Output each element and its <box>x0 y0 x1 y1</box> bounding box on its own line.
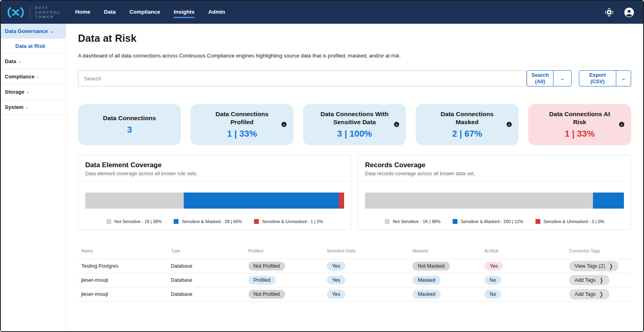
stat-cards-row: Data Connections 3 Data Connections Prof… <box>78 104 631 145</box>
profiled-badge: Profiled <box>248 276 276 285</box>
add-tags-button[interactable]: Add Tags ❯ <box>569 275 609 285</box>
stat-card-connections-masked: Data Connections Masked 2 | 67% i <box>416 104 519 145</box>
at-risk-badge: Yes <box>484 262 503 271</box>
legend-label: Sensitive & Masked - 200 | 12% <box>461 219 523 224</box>
search-options-dropdown[interactable]: ⌄ <box>554 71 571 86</box>
add-tags-button[interactable]: Add Tags ❯ <box>569 289 609 299</box>
info-icon[interactable]: i <box>394 122 399 127</box>
search-input[interactable] <box>78 70 527 86</box>
tag-button-label: Add Tags <box>575 277 596 283</box>
legend-swatch-blue <box>174 219 178 224</box>
toolbar: Search (All) ⌄ Export (CSV) ⌄ <box>78 70 631 86</box>
search-all-button[interactable]: Search (All) ⌄ <box>527 70 572 86</box>
brand[interactable]: DATA CONTROL TOWER <box>6 5 61 20</box>
table-row[interactable]: jleser-mssql Database Not Profiled Yes M… <box>78 287 631 301</box>
records-coverage-card: Records Coverage Data records coverage a… <box>358 155 631 230</box>
export-csv-label[interactable]: Export (CSV) <box>579 71 616 86</box>
bar-segment-sensitive-masked[interactable] <box>593 193 624 209</box>
stat-card-connections-sensitive: Data Connections With Sensitive Data 3 |… <box>303 104 406 145</box>
table-header-row: Name Type Profiled Sensitive Data Masked… <box>78 245 631 259</box>
chevron-right-icon: ❯ <box>600 277 603 284</box>
connections-table: Name Type Profiled Sensitive Data Masked… <box>78 245 631 301</box>
cell-type: Database <box>168 291 245 297</box>
export-csv-button[interactable]: Export (CSV) ⌄ <box>579 70 631 86</box>
engines-chip-icon[interactable] <box>605 8 613 16</box>
primary-nav: Home Data Compliance Insights Admin <box>75 6 225 18</box>
sidebar: Data Governance ⌄ Data at Risk Data › Co… <box>1 24 66 331</box>
profiled-badge: Not Profiled <box>248 262 285 271</box>
stat-card-connections-profiled: Data Connections Profiled 1 | 33% i <box>191 104 293 145</box>
table-bottom-divider <box>78 301 631 301</box>
brand-text: DATA CONTROL TOWER <box>35 5 61 20</box>
column-header-name[interactable]: Name <box>78 248 168 253</box>
masked-badge: Masked <box>412 290 441 299</box>
bar-segment-sensitive-unmasked[interactable] <box>339 193 344 209</box>
table-row[interactable]: jleser-mssql Database Profiled Yes Maske… <box>78 273 631 287</box>
info-icon[interactable]: i <box>507 122 512 127</box>
nav-item-home[interactable]: Home <box>75 6 90 18</box>
nav-item-insights[interactable]: Insights <box>174 6 195 18</box>
chevron-right-icon: › <box>18 59 20 64</box>
chevron-down-icon: ⌄ <box>50 29 54 34</box>
account-icon[interactable] <box>624 7 634 18</box>
bar-segment-not-sensitive[interactable] <box>365 193 593 209</box>
masked-badge: Not Masked <box>412 262 450 271</box>
column-header-sensitive-data[interactable]: Sensitive Data <box>324 248 409 253</box>
column-header-profiled[interactable]: Profiled <box>245 248 324 253</box>
sidebar-item-label: System <box>5 104 23 110</box>
column-header-connector-tags[interactable]: Connector Tags <box>566 248 631 253</box>
legend-item: Not Sensitive - 18 | 38% <box>107 219 162 224</box>
column-header-type[interactable]: Type <box>168 248 245 253</box>
sidebar-item-data[interactable]: Data › <box>1 54 66 69</box>
column-header-at-risk[interactable]: At Risk <box>481 248 566 253</box>
stat-card-data-connections: Data Connections 3 <box>78 104 181 145</box>
stat-card-value: 1 | 33% <box>565 129 595 139</box>
bar-segment-sensitive-masked[interactable] <box>184 193 339 209</box>
legend-item: Not Sensitive - 1K | 88% <box>385 219 441 224</box>
legend-item: Sensitive & Masked - 28 | 60% <box>174 219 242 224</box>
nav-item-admin[interactable]: Admin <box>208 6 225 18</box>
sidebar-item-storage[interactable]: Storage › <box>1 84 66 100</box>
nav-item-data[interactable]: Data <box>104 6 115 18</box>
search-all-label[interactable]: Search (All) <box>527 71 554 86</box>
cell-type: Database <box>168 277 245 283</box>
legend-item: Sensitive & Masked - 200 | 12% <box>453 219 523 224</box>
legend-swatch-gray <box>385 219 390 224</box>
chart-title: Records Coverage <box>365 161 624 169</box>
top-navbar: DATA CONTROL TOWER Home Data Compliance … <box>1 1 643 24</box>
table-row[interactable]: Testing Postgres Database Not Profiled Y… <box>78 259 631 273</box>
legend-swatch-red <box>535 219 540 224</box>
stat-card-title: Data Connections At Risk <box>542 110 617 126</box>
sidebar-item-label: Data <box>5 58 16 64</box>
info-icon[interactable]: i <box>281 122 287 127</box>
stat-card-title: Data Connections <box>103 114 156 122</box>
chevron-right-icon: ❯ <box>609 263 613 270</box>
stat-card-title: Data Connections Profiled <box>204 110 280 126</box>
nav-item-compliance[interactable]: Compliance <box>129 6 160 18</box>
legend-item: Sensitive & Unmasked - 1 | 2% <box>254 219 323 224</box>
dct-logo-icon <box>6 6 25 18</box>
sensitive-data-badge: Yes <box>327 262 345 271</box>
app-window: DATA CONTROL TOWER Home Data Compliance … <box>0 0 644 332</box>
sidebar-item-system[interactable]: System › <box>1 100 66 115</box>
bar-segment-not-sensitive[interactable] <box>85 193 184 209</box>
at-risk-badge: No <box>484 276 501 285</box>
export-options-dropdown[interactable]: ⌄ <box>616 71 631 86</box>
column-header-masked[interactable]: Masked <box>409 248 481 253</box>
legend-label: Not Sensitive - 1K | 88% <box>393 219 441 224</box>
profiled-badge: Not Profiled <box>248 290 285 299</box>
data-element-coverage-card: Data Element Coverage Data element cover… <box>78 155 351 230</box>
sidebar-item-data-at-risk[interactable]: Data at Risk <box>1 39 66 54</box>
sidebar-item-compliance[interactable]: Compliance › <box>1 69 66 84</box>
chart-subtitle: Data records coverage across all known d… <box>365 171 624 176</box>
view-tags-button[interactable]: View Tags (2) ❯ <box>569 261 619 271</box>
legend-swatch-gray <box>107 219 111 224</box>
sidebar-item-data-governance[interactable]: Data Governance ⌄ <box>1 24 66 39</box>
stacked-bar <box>85 193 344 209</box>
legend-swatch-red <box>254 219 259 224</box>
page-title: Data at Risk <box>78 33 631 44</box>
chart-subtitle: Data element coverage across all known r… <box>85 171 344 176</box>
sidebar-item-label: Data Governance <box>5 28 48 34</box>
cell-name: jleser-mssql <box>78 277 168 283</box>
info-icon[interactable]: i <box>619 122 624 127</box>
